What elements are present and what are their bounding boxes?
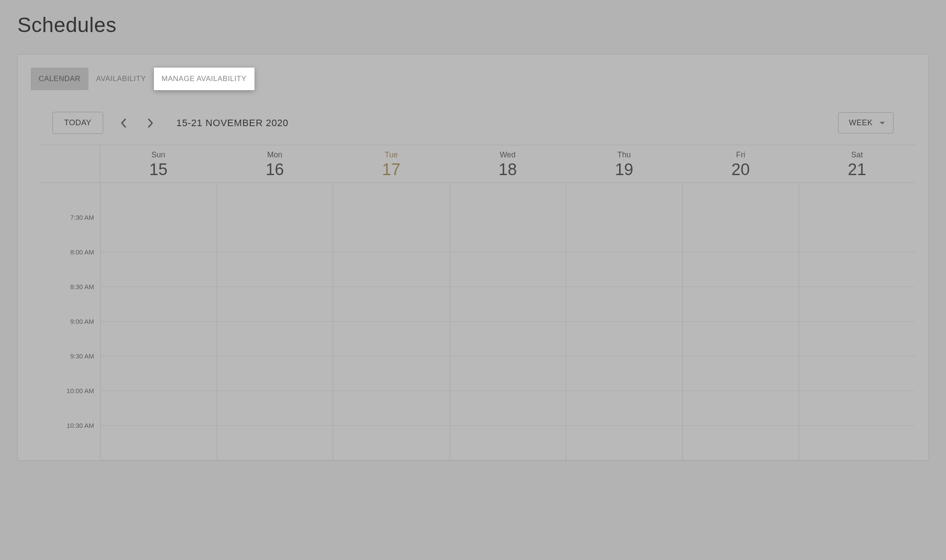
- time-slot[interactable]: [683, 426, 799, 460]
- calendar-body: 7:30 AM 8:00 AM 8:30 AM 9:00 AM 9:30 AM …: [39, 183, 915, 460]
- day-name: Tue: [333, 150, 450, 160]
- time-slot[interactable]: [333, 426, 450, 460]
- day-header-fri[interactable]: Fri 20: [682, 145, 799, 182]
- time-slot[interactable]: [799, 252, 915, 287]
- time-slot[interactable]: [683, 391, 799, 426]
- day-num: 18: [450, 160, 566, 179]
- time-label: 10:30 AM: [39, 422, 100, 456]
- time-slot[interactable]: [683, 322, 799, 356]
- day-name: Sat: [799, 150, 915, 160]
- next-week-button[interactable]: [141, 114, 160, 133]
- time-slot[interactable]: [683, 252, 799, 287]
- day-header-sat[interactable]: Sat 21: [799, 145, 915, 182]
- time-slot[interactable]: [799, 183, 915, 252]
- tabs: CALENDAR AVAILABILITY MANAGE AVAILABILIT…: [31, 68, 915, 90]
- time-slot[interactable]: [683, 356, 799, 391]
- tab-availability[interactable]: AVAILABILITY: [88, 68, 154, 90]
- day-name: Mon: [217, 150, 333, 160]
- time-slot[interactable]: [217, 356, 333, 391]
- day-num: 19: [566, 160, 682, 179]
- time-gutter-header: [39, 145, 100, 182]
- time-slot[interactable]: [217, 322, 333, 356]
- time-slot[interactable]: [566, 252, 682, 287]
- schedules-panel: CALENDAR AVAILABILITY MANAGE AVAILABILIT…: [17, 54, 929, 461]
- time-slot[interactable]: [101, 287, 217, 322]
- time-slot[interactable]: [450, 356, 566, 391]
- today-button[interactable]: TODAY: [52, 112, 103, 134]
- day-col-mon: [217, 183, 333, 460]
- day-name: Fri: [682, 150, 799, 160]
- time-slot[interactable]: [683, 183, 799, 252]
- time-slot[interactable]: [450, 183, 566, 252]
- time-slot[interactable]: [217, 287, 333, 322]
- time-slot[interactable]: [799, 322, 915, 356]
- time-slot[interactable]: [450, 391, 566, 426]
- time-slot[interactable]: [566, 391, 682, 426]
- time-label: 9:00 AM: [39, 318, 100, 352]
- chevron-right-icon: [147, 118, 153, 128]
- time-label: 7:30 AM: [39, 183, 100, 252]
- caret-down-icon: [879, 121, 885, 125]
- day-col-sat: [799, 183, 915, 460]
- time-slot[interactable]: [450, 287, 566, 322]
- time-slot[interactable]: [566, 183, 682, 252]
- calendar-grid: [100, 183, 915, 460]
- day-col-thu: [566, 183, 682, 460]
- day-num: 16: [217, 160, 333, 179]
- time-slot[interactable]: [450, 252, 566, 287]
- time-label: 8:00 AM: [39, 248, 100, 283]
- view-select[interactable]: WEEK: [838, 112, 894, 133]
- page-title: Schedules: [17, 13, 929, 37]
- time-slot[interactable]: [799, 391, 915, 426]
- time-slot[interactable]: [450, 322, 566, 356]
- day-col-wed: [450, 183, 566, 460]
- time-slot[interactable]: [566, 356, 682, 391]
- time-slot[interactable]: [566, 322, 682, 356]
- day-col-sun: [100, 183, 217, 460]
- calendar-toolbar: TODAY 15-21 NOVEMBER 2020 WEEK: [31, 112, 915, 145]
- time-label: 10:00 AM: [39, 387, 100, 422]
- day-name: Thu: [566, 150, 682, 160]
- day-header-sun[interactable]: Sun 15: [100, 145, 217, 182]
- time-slot[interactable]: [217, 426, 333, 460]
- day-header-wed[interactable]: Wed 18: [450, 145, 566, 182]
- time-slot[interactable]: [333, 287, 450, 322]
- time-slot[interactable]: [101, 252, 217, 287]
- day-header-thu[interactable]: Thu 19: [566, 145, 682, 182]
- time-slot[interactable]: [566, 426, 682, 460]
- time-slot[interactable]: [333, 322, 450, 356]
- tab-calendar[interactable]: CALENDAR: [31, 68, 88, 90]
- time-gutter: 7:30 AM 8:00 AM 8:30 AM 9:00 AM 9:30 AM …: [39, 183, 100, 460]
- time-slot[interactable]: [217, 391, 333, 426]
- day-num: 15: [100, 160, 217, 179]
- day-name: Wed: [450, 150, 566, 160]
- time-slot[interactable]: [101, 356, 217, 391]
- time-slot[interactable]: [101, 391, 217, 426]
- calendar: Sun 15 Mon 16 Tue 17 Wed 18 Thu 19: [39, 145, 915, 460]
- time-slot[interactable]: [799, 356, 915, 391]
- time-slot[interactable]: [450, 426, 566, 460]
- time-slot[interactable]: [799, 426, 915, 460]
- day-headers: Sun 15 Mon 16 Tue 17 Wed 18 Thu 19: [39, 145, 915, 183]
- day-header-tue[interactable]: Tue 17: [333, 145, 450, 182]
- chevron-left-icon: [121, 118, 127, 128]
- time-slot[interactable]: [101, 183, 217, 252]
- tab-manage-availability[interactable]: MANAGE AVAILABILITY: [154, 68, 254, 90]
- time-slot[interactable]: [333, 252, 450, 287]
- time-slot[interactable]: [217, 252, 333, 287]
- time-slot[interactable]: [101, 426, 217, 460]
- time-slot[interactable]: [217, 183, 333, 252]
- day-header-mon[interactable]: Mon 16: [217, 145, 333, 182]
- day-num: 17: [333, 160, 450, 179]
- time-label: 9:30 AM: [39, 352, 100, 387]
- time-slot[interactable]: [333, 183, 450, 252]
- time-slot[interactable]: [333, 356, 450, 391]
- day-col-fri: [682, 183, 799, 460]
- prev-week-button[interactable]: [114, 114, 133, 133]
- time-slot[interactable]: [683, 287, 799, 322]
- time-slot[interactable]: [799, 287, 915, 322]
- time-slot[interactable]: [566, 287, 682, 322]
- time-slot[interactable]: [333, 391, 450, 426]
- time-slot[interactable]: [101, 322, 217, 356]
- date-range-label: 15-21 NOVEMBER 2020: [176, 117, 289, 129]
